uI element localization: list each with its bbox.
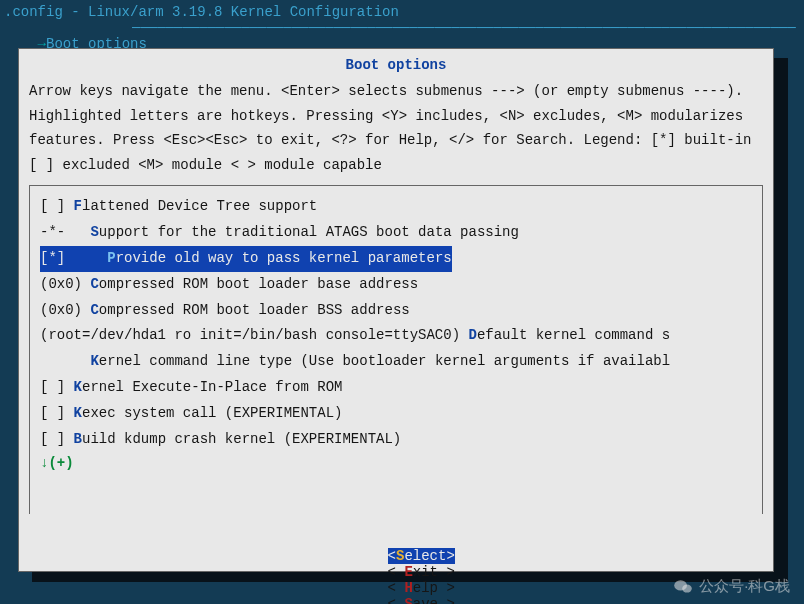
option-item[interactable]: (0x0) Compressed ROM boot loader BSS add… [40,298,752,324]
help-button[interactable]: < Help > [388,580,455,596]
panel-title: Boot options [29,57,763,73]
hotkey: C [90,276,98,292]
option-item-selected[interactable]: [*] Provide old way to pass kernel param… [40,246,752,272]
hotkey: F [74,198,82,214]
hotkey: B [74,431,82,447]
button-row: <Select> < Exit > < Help > < Save > < Lo… [29,532,763,604]
option-item[interactable]: (root=/dev/hda1 ro init=/bin/bash consol… [40,323,752,349]
option-item[interactable]: -*- Support for the traditional ATAGS bo… [40,220,752,246]
hotkey: K [74,379,82,395]
hotkey: D [468,327,476,343]
option-item[interactable]: (0x0) Compressed ROM boot loader base ad… [40,272,752,298]
option-item[interactable]: [ ] Kernel Execute-In-Place from ROM [40,375,752,401]
save-button[interactable]: < Save > [388,596,455,604]
more-down-icon: ↓(+) [40,455,752,471]
window-title: .config - Linux/arm 3.19.8 Kernel Config… [0,0,804,20]
option-item[interactable]: [ ] Kexec system call (EXPERIMENTAL) [40,401,752,427]
option-item[interactable]: Kernel command line type (Use bootloader… [40,349,752,375]
select-button[interactable]: <Select> [388,548,455,564]
menuconfig-panel: Boot options Arrow keys navigate the men… [18,48,774,572]
terminal: .config - Linux/arm 3.19.8 Kernel Config… [0,0,804,604]
panel-help-text: Arrow keys navigate the menu. <Enter> se… [29,79,763,177]
option-item[interactable]: [ ] Build kdump crash kernel (EXPERIMENT… [40,427,752,453]
hotkey: S [90,224,98,240]
hotkey: K [74,405,82,421]
divider-line: ────────────────────────────────────────… [132,20,796,34]
options-list[interactable]: [ ] Flattened Device Tree support -*- Su… [29,185,763,514]
exit-button[interactable]: < Exit > [388,564,455,580]
hotkey: K [90,353,98,369]
hotkey: P [107,250,115,266]
hotkey: C [90,302,98,318]
option-item[interactable]: [ ] Flattened Device Tree support [40,194,752,220]
